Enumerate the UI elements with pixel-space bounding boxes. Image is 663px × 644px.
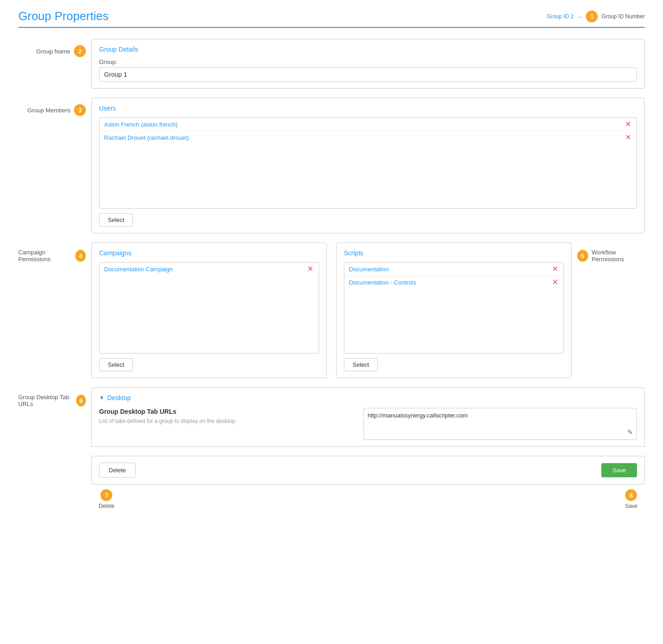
scripts-select-button[interactable]: Select — [344, 358, 378, 371]
dash: — — [577, 14, 582, 19]
badge-2: 2 — [74, 45, 86, 57]
users-panel: Users Aston French (aston.french) ✕ Rach… — [91, 98, 645, 233]
script-1-text: Documentation — [349, 266, 389, 273]
group-name-row: Group Name 2 Group Details Group: — [18, 39, 645, 89]
group-name-label-area: Group Name 2 — [18, 39, 91, 57]
edit-icon[interactable]: ✎ — [627, 428, 633, 436]
campaigns-select-button[interactable]: Select — [99, 358, 133, 371]
desktop-panel: ▼ Desktop Group Desktop Tab URLs List of… — [91, 387, 645, 447]
badge-1: 1 — [586, 11, 598, 22]
page-header: Group Properties Group ID 2 — 1 Group ID… — [18, 9, 645, 28]
group-id-label: Group ID 2 — [547, 13, 574, 20]
desktop-tab-urls-label-area: Group Desktop Tab URLs 6 — [18, 387, 91, 407]
badge-7: 7 — [100, 489, 112, 501]
list-item: Documentation ✕ — [344, 263, 563, 276]
campaign-panels: Campaigns Documentation Campaign ✕ Selec… — [91, 243, 572, 378]
user-2-text: Rachael Drouet (rachael.drouet) — [104, 134, 189, 141]
desktop-section-desc: List of tabs defined for a group to disp… — [99, 418, 354, 424]
list-item: Documentation Campaign ✕ — [100, 263, 319, 275]
footer-area: Delete Save 7 Delete 8 Save — [91, 456, 645, 509]
group-id-number-label: Group ID Number — [601, 13, 645, 20]
users-list: Aston French (aston.french) ✕ Rachael Dr… — [99, 117, 637, 209]
campaigns-list: Documentation Campaign ✕ — [99, 262, 319, 354]
header-right: Group ID 2 — 1 Group ID Number — [547, 11, 645, 22]
scripts-panel: Scripts Documentation ✕ Documentation - … — [336, 243, 572, 378]
page-title: Group Properties — [18, 9, 109, 23]
group-field-label: Group: — [99, 58, 637, 65]
desktop-toggle-label: Desktop — [107, 394, 131, 401]
footer-annotations: 7 Delete 8 Save — [91, 485, 645, 509]
remove-script-1-button[interactable]: ✕ — [551, 265, 559, 273]
workflow-permissions-label: Workflow Permissions — [592, 249, 645, 263]
remove-campaign-1-button[interactable]: ✕ — [306, 265, 314, 273]
group-members-row: Group Members 3 Users Aston French (asto… — [18, 98, 645, 233]
campaign-permissions-row: Campaign Permissions 4 Campaigns Documen… — [18, 243, 645, 378]
badge-8: 8 — [625, 489, 637, 501]
delete-annotation: 7 Delete — [99, 489, 115, 509]
badge-6: 6 — [76, 395, 86, 406]
scripts-list: Documentation ✕ Documentation - Controls… — [344, 262, 564, 354]
desktop-url-box: http://manualssynergy.callscripter.com ✎ — [363, 408, 637, 440]
campaigns-panel: Campaigns Documentation Campaign ✕ Selec… — [91, 243, 327, 378]
delete-button[interactable]: Delete — [99, 463, 136, 478]
save-annotation-label: Save — [625, 503, 637, 509]
remove-user-1-button[interactable]: ✕ — [624, 121, 632, 128]
list-item: Aston French (aston.french) ✕ — [100, 118, 637, 131]
delete-annotation-label: Delete — [99, 503, 115, 509]
group-details-heading: Group Details — [99, 46, 637, 53]
desktop-section-title: Group Desktop Tab URLs — [99, 408, 354, 415]
badge-5: 5 — [577, 250, 588, 262]
group-details-panel: Group Details Group: — [91, 39, 645, 89]
group-name-label: Group Name — [37, 48, 70, 55]
group-members-label-area: Group Members 3 — [18, 98, 91, 116]
group-members-label: Group Members — [27, 107, 70, 114]
desktop-tab-urls-label: Group Desktop Tab URLs — [18, 394, 73, 407]
users-heading: Users — [99, 105, 637, 112]
campaign-permissions-label: Campaign Permissions — [18, 249, 72, 263]
desktop-toggle[interactable]: ▼ Desktop — [99, 394, 637, 401]
users-select-button[interactable]: Select — [99, 213, 133, 227]
footer-row: Delete Save — [91, 456, 645, 485]
workflow-permissions-label-area: 5 Workflow Permissions — [572, 243, 645, 263]
user-1-text: Aston French (aston.french) — [104, 121, 178, 128]
badge-3: 3 — [74, 104, 86, 116]
scripts-heading: Scripts — [344, 249, 564, 257]
save-button[interactable]: Save — [601, 463, 637, 477]
list-item: Rachael Drouet (rachael.drouet) ✕ — [100, 131, 637, 144]
campaign-1-text: Documentation Campaign — [104, 266, 173, 273]
list-item: Documentation - Controls ✕ — [344, 276, 563, 289]
desktop-tab-urls-row: Group Desktop Tab URLs 6 ▼ Desktop Group… — [18, 387, 645, 447]
remove-script-2-button[interactable]: ✕ — [551, 279, 559, 286]
chevron-down-icon: ▼ — [99, 395, 105, 401]
desktop-desc: Group Desktop Tab URLs List of tabs defi… — [99, 408, 354, 424]
group-name-input[interactable] — [99, 67, 637, 82]
save-annotation: 8 Save — [625, 489, 637, 509]
script-2-text: Documentation - Controls — [349, 279, 416, 286]
badge-4: 4 — [75, 250, 86, 262]
campaigns-heading: Campaigns — [99, 249, 319, 257]
desktop-body: Group Desktop Tab URLs List of tabs defi… — [99, 408, 637, 440]
remove-user-2-button[interactable]: ✕ — [624, 134, 632, 141]
desktop-url-value: http://manualssynergy.callscripter.com — [368, 412, 468, 419]
campaign-permissions-label-area: Campaign Permissions 4 — [18, 243, 91, 263]
